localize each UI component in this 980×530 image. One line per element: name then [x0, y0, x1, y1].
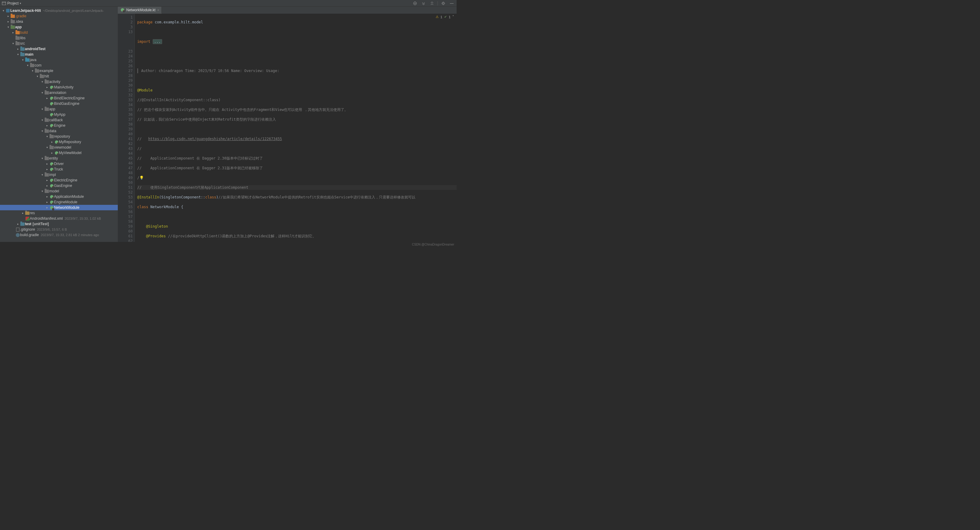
tree-item-engine[interactable]: ▸Engine [0, 123, 118, 128]
tree-item-res[interactable]: ▸res [0, 210, 118, 216]
tree-item-entity[interactable]: ▾entity [0, 156, 118, 161]
folder-icon [15, 37, 20, 40]
tree-item-myrepo[interactable]: ▸MyRepository [0, 139, 118, 145]
folder-icon [45, 190, 49, 193]
collapse-icon[interactable] [420, 0, 426, 6]
tree-item-networkmodule[interactable]: ▸NetworkModule [0, 205, 118, 210]
tree-item-model[interactable]: ▾model [0, 188, 118, 194]
tree-item-appfolder[interactable]: ▾app [0, 106, 118, 112]
tree-item-idea[interactable]: ▸.idea [0, 19, 118, 24]
folder-icon [10, 14, 15, 18]
bulb-icon[interactable]: 💡 [139, 176, 144, 180]
tab-networkmodule[interactable]: NetworkModule.kt × [118, 7, 162, 14]
kotlin-class-icon [54, 151, 59, 155]
folder-icon [10, 20, 15, 23]
kotlin-class-icon [49, 102, 54, 106]
tree-item-libs[interactable]: ▸libs [0, 35, 118, 41]
chevron-down-icon: ▾ [20, 2, 21, 5]
expand-icon[interactable] [429, 0, 435, 6]
tree-item-truck[interactable]: ▸Truck [0, 166, 118, 172]
folder-icon [10, 26, 15, 29]
kotlin-class-icon [49, 206, 54, 210]
tree-item-appmodule[interactable]: ▸ApplicationModule [0, 194, 118, 200]
folder-icon [45, 129, 49, 133]
tree-item-myapp[interactable]: ▸MyApp [0, 112, 118, 117]
tab-label: NetworkModule.kt [126, 8, 156, 12]
tree-item-com[interactable]: ▾com [0, 62, 118, 68]
kotlin-class-icon [49, 184, 54, 188]
tree-item-annotation[interactable]: ▾annotation [0, 90, 118, 96]
svg-rect-0 [2, 2, 6, 5]
tree-item-app[interactable]: ▾app [0, 24, 118, 30]
folder-icon [35, 69, 40, 73]
line-numbers: 12313 2324252627282930313233343536373839… [123, 14, 135, 242]
tree-item-enginemodule[interactable]: ▸EngineModule [0, 200, 118, 205]
folder-icon [49, 135, 54, 138]
project-tree[interactable]: ▾ LearnJetpack-Hilt ~/Desktop/android_pr… [0, 7, 118, 242]
kotlin-class-icon [49, 195, 54, 199]
tree-item-buildgradle[interactable]: ▸build.gradle2023/9/7, 15:33, 2.81 kB 2 … [0, 232, 118, 238]
editor-gutter[interactable]: 12313 2324252627282930313233343536373839… [118, 14, 135, 242]
tree-item-impl[interactable]: ▾impl [0, 172, 118, 177]
tree-item-gitignore[interactable]: ▸.gitignore2023/9/6, 15:57, 6 B [0, 227, 118, 232]
svg-point-3 [415, 3, 415, 4]
tree-item-main[interactable]: ▾main [0, 52, 118, 57]
project-panel-title[interactable]: Project ▾ [2, 1, 21, 5]
minimize-icon[interactable]: — [449, 0, 455, 6]
kotlin-class-icon [49, 178, 54, 182]
kotlin-class-icon [49, 85, 54, 89]
tree-item-gasengine[interactable]: ▸GasEngine [0, 183, 118, 188]
tree-item-androidtest[interactable]: ▸androidTest [0, 46, 118, 52]
editor-code[interactable]: package com.example.hilt.model import ..… [135, 14, 457, 242]
tree-item-test[interactable]: ▸test[unitTest] [0, 221, 118, 227]
project-label: Project [7, 1, 19, 5]
tree-item-viewmodel[interactable]: ▾viewmodel [0, 145, 118, 150]
tree-item-activity[interactable]: ▾activity [0, 79, 118, 85]
project-icon [5, 9, 10, 13]
folder-icon [45, 157, 49, 160]
folder-icon [45, 91, 49, 94]
file-icon [15, 228, 20, 231]
folder-icon [20, 53, 25, 56]
folder-icon [30, 64, 35, 67]
folder-icon [25, 212, 30, 215]
xml-icon [25, 217, 30, 220]
tree-item-java[interactable]: ▾java [0, 57, 118, 62]
tree-root[interactable]: ▾ LearnJetpack-Hilt ~/Desktop/android_pr… [0, 8, 118, 13]
tree-item-hilt[interactable]: ▾hilt [0, 73, 118, 79]
tree-item-data[interactable]: ▾data [0, 128, 118, 134]
tree-item-src[interactable]: ▾src [0, 41, 118, 46]
close-icon[interactable]: × [157, 8, 159, 12]
editor-tabs: NetworkModule.kt × [118, 7, 457, 14]
kotlin-class-icon [49, 162, 54, 166]
tree-item-bindelectric[interactable]: ▸BindElectricEngine [0, 96, 118, 101]
tree-item-driver[interactable]: ▸Driver [0, 161, 118, 166]
tree-item-example[interactable]: ▾example [0, 68, 118, 73]
kotlin-class-icon [49, 96, 54, 100]
tree-item-mainactivity[interactable]: ▸MainActivity [0, 85, 118, 90]
folder-icon [20, 48, 25, 51]
folder-icon [25, 58, 30, 62]
fold-imports[interactable]: ... [153, 39, 162, 44]
tree-item-build[interactable]: ▸build [0, 30, 118, 35]
window-icon [2, 1, 6, 5]
tree-item-bindgas[interactable]: ▸BindGasEngine [0, 101, 118, 106]
footer-watermark: CSDN @ChinaDragonDreamer [0, 242, 457, 247]
gear-icon[interactable] [440, 0, 446, 6]
project-path: ~/Desktop/android_project/LearnJetpack- [43, 9, 104, 13]
chevron-down-icon: ▾ [1, 9, 5, 12]
tree-item-gradle[interactable]: ▸.gradle [0, 13, 118, 19]
tree-item-callback[interactable]: ▾callBack [0, 117, 118, 123]
tree-item-repo[interactable]: ▾repository [0, 134, 118, 139]
locate-icon[interactable] [412, 0, 418, 6]
tree-item-manifest[interactable]: ▸AndroidManifest.xml2023/9/7, 15:33, 1.0… [0, 216, 118, 221]
tree-item-electricengine[interactable]: ▸ElectricEngine [0, 177, 118, 183]
kotlin-class-icon [49, 123, 54, 128]
kotlin-class-icon [49, 112, 54, 117]
kotlin-class-icon [49, 167, 54, 171]
gradle-icon [15, 233, 20, 237]
folder-icon [45, 80, 49, 83]
folder-icon [40, 75, 45, 78]
tree-item-myviewmodel[interactable]: ▸MyViewModel [0, 150, 118, 156]
folder-icon [15, 31, 20, 34]
